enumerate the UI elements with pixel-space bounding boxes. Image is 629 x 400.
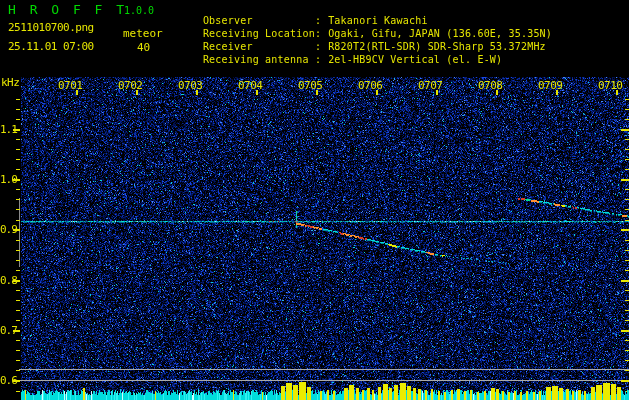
info-row-antenna: Receiving antenna:2el-HB9CV Vertical (el… — [178, 43, 502, 76]
time-label-8: 0709 — [538, 79, 568, 92]
app-title: H R O F F T — [8, 2, 127, 17]
time-label-6: 0707 — [418, 79, 448, 92]
antenna-value: 2el-HB9CV Vertical (el. E-W) — [328, 54, 502, 65]
freq-label-0: 1.1 — [0, 123, 13, 136]
colon: : — [315, 54, 321, 65]
freq-label-1: 1.0 — [0, 173, 13, 186]
time-label-1: 0702 — [118, 79, 148, 92]
time-label-0: 0701 — [58, 79, 88, 92]
freq-label-3: 0.8 — [0, 274, 13, 287]
hrofft-window: H R O F F T 1.0.0 2511010700.png meteor … — [0, 0, 629, 400]
echo-count: 40 — [137, 41, 150, 54]
app-version: 1.0.0 — [124, 5, 154, 16]
time-label-9: 0710 — [598, 79, 628, 92]
time-label-4: 0705 — [298, 79, 328, 92]
time-label-2: 0703 — [178, 79, 208, 92]
time-label-5: 0706 — [358, 79, 388, 92]
time-label-3: 0704 — [238, 79, 268, 92]
freq-label-4: 0.7 — [0, 324, 13, 337]
freq-axis-unit: kHz — [1, 76, 19, 89]
output-filename: 2511010700.png — [8, 21, 94, 34]
antenna-label: Receiving antenna — [203, 54, 315, 65]
timestamp: 25.11.01 07:00 — [8, 40, 94, 53]
time-label-7: 0708 — [478, 79, 508, 92]
mode-label: meteor — [123, 27, 163, 40]
freq-label-2: 0.9 — [0, 223, 13, 236]
freq-label-5: 0.6 — [0, 374, 13, 387]
